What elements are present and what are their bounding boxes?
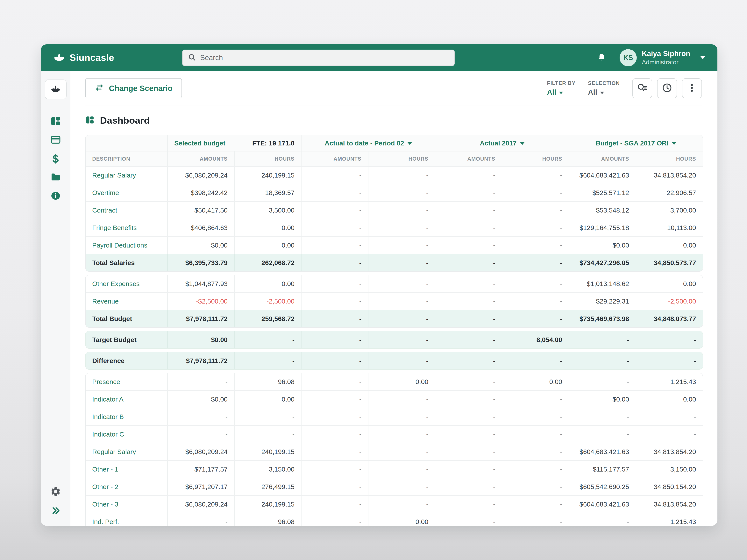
value-cell: - (435, 496, 502, 513)
row-label[interactable]: Indicator C (85, 426, 167, 443)
app-name: Siuncasle (70, 52, 114, 63)
value-cell: $525,571.12 (569, 184, 636, 201)
value-cell: - (234, 426, 301, 443)
sidebar-item-finance[interactable]: $ (50, 153, 61, 165)
column-header: AMOUNTS (167, 152, 234, 166)
sidebar-item-settings[interactable] (50, 486, 61, 498)
value-cell: - (301, 408, 368, 425)
value-cell: 259,568.72 (234, 310, 301, 327)
table-row: Indicator C-------- (85, 425, 703, 443)
user-role: Administrator (642, 58, 690, 66)
search-icon (188, 53, 196, 62)
value-cell: - (301, 202, 368, 219)
column-group-header[interactable]: Budget - SGA 2017 ORI (569, 135, 703, 151)
value-cell: - (435, 352, 502, 369)
value-cell: $129,164,755.18 (569, 219, 636, 236)
value-cell: $0.00 (167, 331, 234, 348)
row-label[interactable]: Fringe Benefits (85, 219, 167, 236)
table-row: Payroll Deductions$0.000.00----$0.000.00 (85, 236, 703, 254)
row-label[interactable]: Other Expenses (85, 275, 167, 292)
row-label[interactable]: Other - 3 (85, 496, 167, 513)
value-cell: $6,395,733.79 (167, 254, 234, 271)
value-cell: -2,500.00 (636, 293, 703, 310)
sidebar-item-dashboard[interactable] (50, 116, 61, 127)
value-cell: - (502, 391, 569, 408)
top-bar-right: KS Kaiya Siphron Administrator (596, 49, 705, 66)
value-cell: - (636, 426, 703, 443)
row-label[interactable]: Other - 1 (85, 461, 167, 478)
sidebar-item-files[interactable] (50, 172, 61, 183)
row-label[interactable]: Revenue (85, 293, 167, 310)
value-cell: $115,177.57 (569, 461, 636, 478)
table-row: Regular Salary$6,080,209.24240,199.15---… (85, 443, 703, 460)
value-cell: 0.00 (234, 275, 301, 292)
main-content: Change Scenario FILTER BY All SELECTION (71, 71, 717, 526)
column-group-label: Actual to date - Period 02 (325, 139, 404, 147)
value-cell: 0.00 (368, 373, 435, 390)
value-cell: - (301, 331, 368, 348)
filter-by-value[interactable]: All (547, 88, 576, 97)
sidebar-item-payments[interactable] (50, 134, 61, 146)
value-cell: - (301, 293, 368, 310)
chevron-down-icon (672, 142, 676, 145)
row-label[interactable]: Payroll Deductions (85, 237, 167, 254)
column-group-header[interactable]: Actual to date - Period 02 (301, 135, 435, 151)
value-cell: 34,850,573.77 (636, 254, 703, 271)
selection-select: SELECTION All (588, 80, 620, 97)
history-button[interactable] (657, 78, 677, 98)
row-label[interactable]: Regular Salary (85, 443, 167, 460)
value-cell: $398,242.42 (167, 184, 234, 201)
value-cell: - (569, 513, 636, 526)
avatar[interactable]: KS (620, 49, 637, 66)
table-row: Difference$7,978,111.72------- (85, 352, 703, 369)
value-cell: $7,978,111.72 (167, 352, 234, 369)
value-cell: - (234, 331, 301, 348)
sidebar-item-info[interactable] (50, 190, 61, 202)
value-cell: - (301, 310, 368, 327)
user-name: Kaiya Siphron (642, 49, 690, 58)
value-cell: $0.00 (569, 237, 636, 254)
row-label[interactable]: Other - 2 (85, 478, 167, 495)
search-input[interactable] (200, 54, 449, 62)
more-options-button[interactable] (682, 78, 702, 98)
column-group-header[interactable]: Actual 2017 (435, 135, 569, 151)
selection-value[interactable]: All (588, 88, 620, 97)
value-cell: $53,548.12 (569, 202, 636, 219)
folder-icon (50, 172, 61, 183)
sidebar-bottom (50, 486, 61, 517)
table-row: Other - 3$6,080,209.24240,199.15----$604… (85, 495, 703, 513)
column-header: HOURS (368, 152, 435, 166)
toolbar: Change Scenario FILTER BY All SELECTION (85, 71, 702, 106)
table-row: Target Budget$0.00----8,054.00-- (85, 331, 703, 348)
sidebar-collapse-button[interactable] (50, 505, 61, 517)
value-cell: - (368, 426, 435, 443)
user-info: Kaiya Siphron Administrator (642, 49, 690, 66)
value-cell: - (435, 293, 502, 310)
value-cell: - (435, 513, 502, 526)
row-label[interactable]: Overtime (85, 184, 167, 201)
search-bar[interactable] (182, 50, 455, 66)
change-scenario-button[interactable]: Change Scenario (85, 78, 182, 98)
row-label[interactable]: Contract (85, 202, 167, 219)
value-cell: - (502, 496, 569, 513)
row-label[interactable]: Indicator B (85, 408, 167, 425)
notifications-bell-icon[interactable] (596, 52, 608, 63)
user-menu-chevron-down-icon[interactable] (700, 56, 705, 59)
search-filter-button[interactable] (632, 78, 652, 98)
value-cell: - (435, 461, 502, 478)
filter-by-label: FILTER BY (547, 80, 576, 86)
row-label: Difference (85, 352, 167, 369)
value-cell: - (167, 373, 234, 390)
value-cell: - (435, 373, 502, 390)
sidebar-item-home[interactable] (45, 80, 67, 99)
table-row: Presence-96.08-0.00-0.00-1,215.43 (85, 373, 703, 390)
row-label[interactable]: Ind. Perf. (85, 513, 167, 526)
value-cell: - (167, 513, 234, 526)
row-label[interactable]: Regular Salary (85, 167, 167, 184)
value-cell: $6,080,209.24 (167, 496, 234, 513)
filter-by-select: FILTER BY All (547, 80, 576, 97)
row-label[interactable]: Indicator A (85, 391, 167, 408)
value-cell: - (368, 496, 435, 513)
value-cell: - (435, 478, 502, 495)
row-label[interactable]: Presence (85, 373, 167, 390)
